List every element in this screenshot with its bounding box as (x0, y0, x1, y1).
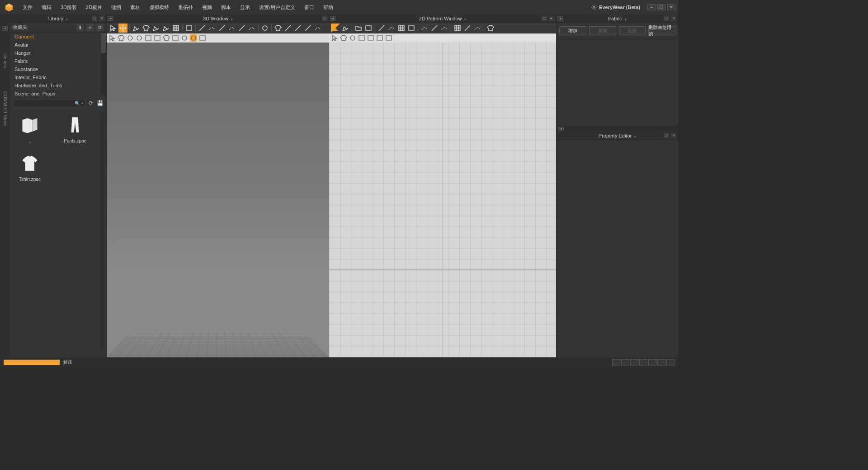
tool3d-0[interactable] (108, 24, 118, 33)
tool2d-1[interactable] (341, 24, 350, 33)
category-interior_fabric[interactable]: Interior_Fabric (10, 73, 106, 81)
tool2d-15[interactable] (453, 24, 462, 33)
tool2d-17[interactable] (473, 24, 482, 33)
side-collapse-button[interactable]: ◂ (2, 26, 8, 31)
display-mode-1[interactable] (612, 359, 620, 366)
favorites-add-button[interactable]: ＋ (86, 24, 94, 31)
library-refresh-button[interactable]: ⟳ (87, 100, 94, 107)
tool3d-15[interactable] (237, 24, 246, 33)
2d-viewport[interactable] (329, 43, 556, 357)
tool2d-8[interactable] (397, 24, 406, 33)
fabric-panel-header[interactable]: ◂ Fabric ▾ ▢✕ (557, 14, 678, 23)
tool3d-18[interactable] (260, 24, 269, 33)
category-hanger[interactable]: Hanger (10, 49, 106, 57)
display-mode-3[interactable] (630, 359, 638, 366)
subtool3d-4[interactable] (145, 34, 152, 42)
panel-close-button[interactable]: ✕ (671, 16, 676, 21)
category-garment[interactable]: Garment (10, 33, 106, 41)
panel-collapse-button[interactable]: ◂ (330, 16, 335, 21)
tool3d-22[interactable] (293, 24, 302, 33)
menu-1[interactable]: 编辑 (37, 2, 56, 13)
display-mode-4[interactable] (639, 359, 647, 366)
tool3d-16[interactable] (247, 24, 256, 33)
tool3d-6[interactable] (161, 24, 170, 33)
tool3d-11[interactable] (198, 24, 207, 33)
tool2d-3[interactable] (354, 24, 363, 33)
panel-popout-button[interactable]: ▢ (322, 16, 327, 21)
panel-close-button[interactable]: ✕ (99, 16, 104, 21)
menu-0[interactable]: 文件 (18, 2, 37, 13)
panel-popout-button[interactable]: ▢ (542, 16, 547, 21)
tool3d-20[interactable] (274, 24, 283, 33)
category-hardware_and_trims[interactable]: Hardware_and_Trims (10, 81, 106, 90)
library-panel-header[interactable]: Library ▾ ▢ ✕ (10, 14, 106, 23)
window-minimize-button[interactable]: ━ (647, 4, 656, 10)
category-avatar[interactable]: Avatar (10, 41, 106, 49)
panel-collapse-right-button[interactable]: ▸ (549, 16, 554, 21)
subtool2d-5[interactable] (376, 34, 383, 42)
window-close-button[interactable]: ✕ (667, 4, 675, 10)
subtool3d-2[interactable] (127, 34, 134, 42)
3d-viewport[interactable] (107, 43, 329, 357)
everywear-beta-button[interactable]: EveryWear (Beta) (587, 3, 644, 11)
subtool3d-1[interactable] (118, 34, 125, 42)
tool2d-4[interactable] (364, 24, 373, 33)
category-substance[interactable]: Substance (10, 65, 106, 73)
tool3d-5[interactable] (151, 24, 160, 33)
property-editor-header[interactable]: Property Editor ▾ ▢✕ (557, 132, 678, 140)
tool2d-0[interactable] (331, 24, 340, 33)
category-fabric[interactable]: Fabric (10, 57, 106, 65)
tool3d-14[interactable] (227, 24, 236, 33)
subtool3d-5[interactable] (154, 34, 161, 42)
panel-popout-button[interactable]: ▢ (664, 133, 669, 138)
menu-6[interactable]: 虚拟模特 (145, 2, 174, 13)
thumb-Pants.zpac[interactable]: Pants.zpac (59, 114, 91, 143)
panel-popout-button[interactable]: ▢ (664, 16, 669, 21)
menu-4[interactable]: 缝纫 (107, 2, 126, 13)
subtool2d-6[interactable] (385, 34, 392, 42)
tool3d-9[interactable] (184, 24, 193, 33)
tool3d-1[interactable] (118, 24, 127, 33)
subtool2d-3[interactable] (358, 34, 365, 42)
subtool3d-10[interactable] (199, 34, 206, 42)
subtool2d-0[interactable] (331, 34, 338, 42)
tool3d-13[interactable] (217, 24, 226, 33)
fabric-btn-0[interactable]: 增加 (559, 26, 586, 35)
side-tab-general[interactable]: General (2, 52, 9, 71)
tool3d-3[interactable] (132, 24, 141, 33)
tool3d-24[interactable] (313, 24, 322, 33)
subtool3d-0[interactable] (108, 34, 116, 42)
menu-9[interactable]: 脚本 (217, 2, 236, 13)
tool2d-9[interactable] (407, 24, 416, 33)
tool3d-7[interactable] (171, 24, 180, 33)
menu-12[interactable]: 窗口 (300, 2, 319, 13)
subtool3d-7[interactable] (172, 34, 179, 42)
category-scene_and_props[interactable]: Scene_and_Props (10, 90, 106, 96)
display-mode-2[interactable] (621, 359, 629, 366)
thumb-Tshirt.zpac[interactable]: Tshirt.zpac (14, 152, 46, 182)
menu-2[interactable]: 3D服装 (56, 2, 81, 13)
tool2d-7[interactable] (387, 24, 396, 33)
tool2d-16[interactable] (463, 24, 472, 33)
category-scrollbar[interactable] (101, 33, 106, 96)
favorites-download-button[interactable]: ⬇ (76, 24, 84, 31)
display-mode-7[interactable] (666, 359, 675, 366)
subtool2d-1[interactable] (340, 34, 347, 42)
fabric-btn-3[interactable]: 删除未使用的 (648, 26, 675, 35)
subtool2d-4[interactable] (367, 34, 374, 42)
tool3d-4[interactable] (142, 24, 151, 33)
thumbnails-scrollbar[interactable] (100, 112, 104, 349)
3d-window-header[interactable]: ◂ 3D Window ▾ ▢ (107, 14, 329, 23)
subtool3d-6[interactable] (163, 34, 170, 42)
menu-13[interactable]: 帮助 (319, 2, 338, 13)
tool3d-23[interactable] (303, 24, 312, 33)
library-save-button[interactable]: 💾 (96, 100, 104, 107)
tool2d-6[interactable] (377, 24, 386, 33)
tool2d-13[interactable] (440, 24, 449, 33)
tool2d-11[interactable] (420, 24, 429, 33)
menu-8[interactable]: 视频 (198, 2, 217, 13)
menu-5[interactable]: 素材 (126, 2, 145, 13)
panel-collapse-button[interactable]: ◂ (557, 16, 563, 21)
2d-window-header[interactable]: ◂ 2D Pattern Window ▾ ▢▸ (329, 14, 556, 23)
tool3d-12[interactable] (208, 24, 217, 33)
